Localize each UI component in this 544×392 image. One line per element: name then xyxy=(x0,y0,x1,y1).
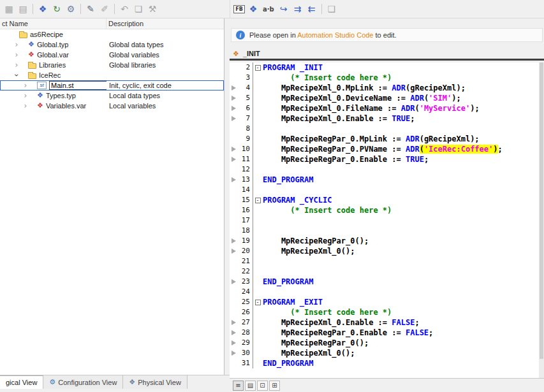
code-line-9[interactable]: 9 MpRecipeRegPar_0.MpLink := ADR(gRecipe… xyxy=(230,134,539,144)
undo-icon[interactable]: ↶ xyxy=(118,3,131,15)
tree-item-variables-var[interactable]: ›❖Variables.varLocal variables xyxy=(0,101,224,111)
breakpoint-gutter[interactable] xyxy=(230,287,238,297)
view-tab-gical-view[interactable]: gical View xyxy=(0,375,43,389)
breakpoint-gutter[interactable] xyxy=(230,226,238,236)
breakpoint-gutter[interactable] xyxy=(230,317,238,328)
breakpoint-gutter[interactable] xyxy=(230,277,238,287)
breakpoint-gutter[interactable] xyxy=(230,134,238,144)
code-line-23[interactable]: 23END_PROGRAM xyxy=(230,277,539,287)
code-line-15[interactable]: 15-PROGRAM _CYCLIC xyxy=(230,195,539,205)
tile-windows-icon[interactable]: ▦ xyxy=(3,3,15,15)
code-line-25[interactable]: 25-PROGRAM _EXIT xyxy=(230,297,539,307)
code-line-11[interactable]: 11 MpRecipeRegPar_0.Enable := TRUE; xyxy=(230,154,539,164)
breakpoint-gutter[interactable] xyxy=(230,93,238,103)
breakpoint-gutter[interactable] xyxy=(230,205,238,215)
print-icon[interactable]: ❏ xyxy=(132,3,145,15)
goto-icon[interactable]: ↪ xyxy=(277,3,290,15)
breakpoint-gutter[interactable] xyxy=(230,195,238,205)
tools-icon[interactable]: ⚒ xyxy=(146,3,159,15)
collapse-icon[interactable]: - xyxy=(255,198,261,203)
expand-chevron-icon[interactable]: › xyxy=(13,61,20,69)
info-link[interactable]: Automation Studio Code xyxy=(297,31,373,39)
code-line-5[interactable]: 5 MpRecipeXml_0.DeviceName := ADR('SIM')… xyxy=(230,93,539,103)
code-line-24[interactable]: 24 xyxy=(230,287,539,297)
view-tab-physical-view[interactable]: ❖Physical View xyxy=(123,375,187,389)
editor-scrollbar[interactable] xyxy=(539,62,544,378)
code-line-20[interactable]: 20 MpRecipeXml_0(); xyxy=(230,246,539,256)
edit-icon[interactable]: ✎ xyxy=(84,3,97,15)
breakpoint-gutter[interactable] xyxy=(230,328,238,338)
code-line-4[interactable]: 4 MpRecipeXml_0.MpLink := ADR(gRecipeXml… xyxy=(230,83,539,93)
zoom-view-icon[interactable]: ⊞ xyxy=(269,381,280,391)
code-line-31[interactable]: 31END_PROGRAM xyxy=(230,358,539,368)
code-line-18[interactable]: 18 xyxy=(230,226,539,236)
expand-chevron-icon[interactable]: › xyxy=(22,82,29,89)
expand-chevron-icon[interactable]: › xyxy=(22,102,29,110)
code-line-14[interactable]: 14 xyxy=(230,185,539,195)
fb-view-icon[interactable]: FB xyxy=(233,3,246,15)
outdent-icon[interactable]: ⇇ xyxy=(305,3,318,15)
code-line-13[interactable]: 13END_PROGRAM xyxy=(230,175,539,185)
code-line-27[interactable]: 27 MpRecipeXml_0.Enable := FALSE; xyxy=(230,317,539,328)
code-line-19[interactable]: 19 MpRecipeRegPar_0(); xyxy=(230,236,539,246)
expand-chevron-icon[interactable]: › xyxy=(13,41,20,48)
code-line-17[interactable]: 17 xyxy=(230,215,539,226)
settings-icon[interactable]: ⚙ xyxy=(64,3,77,15)
tree-item-global-var[interactable]: ›❖Global.varGlobal variables xyxy=(0,50,224,60)
rename-ab-icon[interactable]: a·b xyxy=(261,3,276,15)
insert-block-icon[interactable]: ❖ xyxy=(247,3,260,15)
column-header-description[interactable]: Description xyxy=(107,18,224,29)
view-tab-configuration-view[interactable]: ⚙Configuration View xyxy=(43,375,123,389)
breakpoint-gutter[interactable] xyxy=(230,246,238,256)
breakpoint-gutter[interactable] xyxy=(230,62,238,73)
tree-item-types-typ[interactable]: ›❖Types.typLocal data types xyxy=(0,91,224,101)
scrollbar-thumb[interactable] xyxy=(540,62,543,359)
export-icon[interactable]: ❏ xyxy=(325,3,338,15)
split-view-icon[interactable]: ▤ xyxy=(245,381,256,391)
rename-input[interactable] xyxy=(49,81,107,90)
code-line-22[interactable]: 22 xyxy=(230,266,539,277)
code-line-29[interactable]: 29 MpRecipeRegPar_0(); xyxy=(230,338,539,348)
breakpoint-gutter[interactable] xyxy=(230,175,238,185)
breakpoint-gutter[interactable] xyxy=(230,348,238,358)
code-line-10[interactable]: 10 MpRecipeRegPar_0.PVName := ADR('IceRe… xyxy=(230,144,539,154)
breakpoint-gutter[interactable] xyxy=(230,124,238,134)
navigator-icon[interactable]: ❖ xyxy=(36,3,49,15)
code-line-16[interactable]: 16 (* Insert code here *) xyxy=(230,205,539,215)
clear-icon[interactable]: ✐ xyxy=(98,3,111,15)
code-line-6[interactable]: 6 MpRecipeXml_0.FileName := ADR('MyServi… xyxy=(230,103,539,113)
column-header-object-name[interactable]: ct Name xyxy=(0,18,107,29)
breakpoint-gutter[interactable] xyxy=(230,215,238,226)
expand-chevron-icon[interactable]: › xyxy=(22,92,29,99)
indent-icon[interactable]: ⇉ xyxy=(291,3,304,15)
breakpoint-gutter[interactable] xyxy=(230,358,238,368)
breakpoint-gutter[interactable] xyxy=(230,338,238,348)
code-line-21[interactable]: 21 xyxy=(230,256,539,266)
code-line-3[interactable]: 3 (* Insert code here *) xyxy=(230,73,539,83)
breakpoint-gutter[interactable] xyxy=(230,103,238,113)
breakpoint-gutter[interactable] xyxy=(230,256,238,266)
breakpoint-gutter[interactable] xyxy=(230,297,238,307)
breakpoint-gutter[interactable] xyxy=(230,83,238,93)
breakpoint-gutter[interactable] xyxy=(230,266,238,277)
code-line-12[interactable]: 12 xyxy=(230,164,539,175)
code-line-28[interactable]: 28 MpRecipeRegPar_0.Enable := FALSE; xyxy=(230,328,539,338)
tree-item-icerec[interactable]: ›IceRec xyxy=(0,70,224,80)
code-line-26[interactable]: 26 (* Insert code here *) xyxy=(230,307,539,317)
breakpoint-gutter[interactable] xyxy=(230,154,238,164)
breakpoint-gutter[interactable] xyxy=(230,236,238,246)
panel-splitter[interactable] xyxy=(224,18,230,392)
collapse-chevron-icon[interactable]: › xyxy=(13,71,20,79)
breakpoint-gutter[interactable] xyxy=(230,144,238,154)
expand-chevron-icon[interactable]: › xyxy=(13,51,20,59)
breakpoint-gutter[interactable] xyxy=(230,185,238,195)
collapse-icon[interactable]: - xyxy=(255,65,261,71)
breakpoint-gutter[interactable] xyxy=(230,73,238,83)
tree-item-as6recipe[interactable]: as6Recipe xyxy=(0,29,224,40)
code-line-30[interactable]: 30 MpRecipeXml_0(); xyxy=(230,348,539,358)
cascade-windows-icon[interactable]: ▤ xyxy=(17,3,29,15)
breakpoint-gutter[interactable] xyxy=(230,164,238,175)
code-line-7[interactable]: 7 MpRecipeXml_0.Enable := TRUE; xyxy=(230,113,539,124)
breakpoint-gutter[interactable] xyxy=(230,307,238,317)
tree-item-main-st[interactable]: ›stInit, cyclic, exit code xyxy=(0,80,224,91)
